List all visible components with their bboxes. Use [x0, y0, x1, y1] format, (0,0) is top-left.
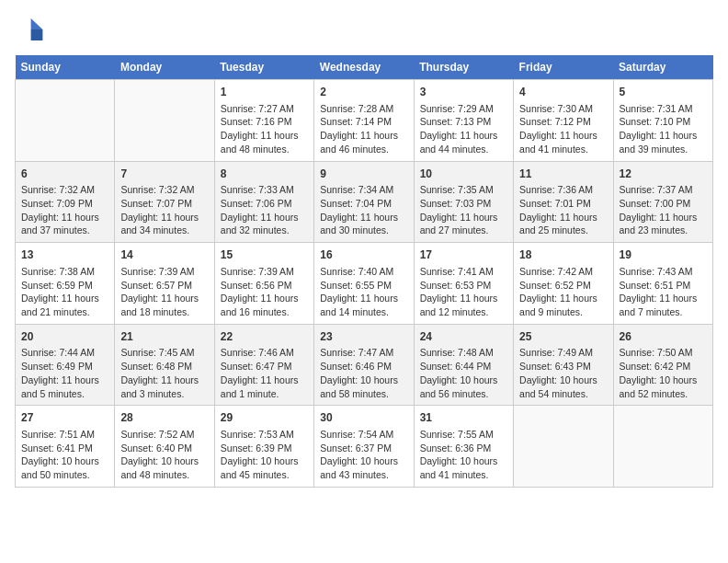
day-number: 8 [221, 167, 308, 182]
day-info: Sunrise: 7:32 AM Sunset: 7:07 PM Dayligh… [120, 183, 208, 237]
day-info: Sunrise: 7:42 AM Sunset: 6:52 PM Dayligh… [519, 265, 607, 319]
calendar-cell: 30Sunrise: 7:54 AM Sunset: 6:37 PM Dayli… [314, 406, 414, 488]
day-number: 30 [320, 410, 407, 426]
calendar-cell: 17Sunrise: 7:41 AM Sunset: 6:53 PM Dayli… [414, 243, 513, 325]
day-number: 6 [21, 167, 108, 182]
day-number: 7 [120, 167, 208, 182]
day-info: Sunrise: 7:46 AM Sunset: 6:47 PM Dayligh… [221, 346, 308, 400]
day-info: Sunrise: 7:28 AM Sunset: 7:14 PM Dayligh… [320, 102, 407, 156]
calendar-cell: 27Sunrise: 7:51 AM Sunset: 6:41 PM Dayli… [16, 406, 115, 488]
day-number: 21 [120, 329, 208, 345]
day-number: 19 [620, 247, 707, 263]
calendar-week: 27Sunrise: 7:51 AM Sunset: 6:41 PM Dayli… [16, 406, 713, 488]
calendar-week: 13Sunrise: 7:38 AM Sunset: 6:59 PM Dayli… [16, 243, 713, 325]
calendar-header: SundayMondayTuesdayWednesdayThursdayFrid… [16, 55, 713, 80]
day-number: 17 [420, 247, 507, 263]
day-info: Sunrise: 7:40 AM Sunset: 6:55 PM Dayligh… [320, 265, 407, 319]
page-header [15, 15, 713, 44]
day-info: Sunrise: 7:35 AM Sunset: 7:03 PM Dayligh… [420, 183, 507, 237]
day-number: 26 [620, 329, 707, 345]
calendar-cell: 11Sunrise: 7:36 AM Sunset: 7:01 PM Dayli… [514, 161, 613, 243]
header-day: Thursday [414, 55, 513, 80]
header-day: Monday [115, 55, 214, 80]
day-number: 13 [21, 247, 108, 263]
calendar-cell [115, 80, 214, 162]
calendar-cell [613, 406, 712, 488]
calendar-table: SundayMondayTuesdayWednesdayThursdayFrid… [15, 55, 713, 488]
calendar-cell: 28Sunrise: 7:52 AM Sunset: 6:40 PM Dayli… [115, 406, 214, 488]
calendar-cell: 15Sunrise: 7:39 AM Sunset: 6:56 PM Dayli… [214, 243, 313, 325]
calendar-cell: 1Sunrise: 7:27 AM Sunset: 7:16 PM Daylig… [214, 80, 313, 162]
header-day: Sunday [16, 55, 115, 80]
day-info: Sunrise: 7:48 AM Sunset: 6:44 PM Dayligh… [420, 346, 507, 400]
calendar-cell: 4Sunrise: 7:30 AM Sunset: 7:12 PM Daylig… [514, 80, 613, 162]
day-info: Sunrise: 7:47 AM Sunset: 6:46 PM Dayligh… [320, 346, 407, 400]
calendar-cell: 5Sunrise: 7:31 AM Sunset: 7:10 PM Daylig… [613, 80, 712, 162]
calendar-cell: 24Sunrise: 7:48 AM Sunset: 6:44 PM Dayli… [414, 324, 513, 406]
day-info: Sunrise: 7:55 AM Sunset: 6:36 PM Dayligh… [420, 428, 507, 482]
svg-marker-2 [31, 29, 43, 40]
calendar-cell: 2Sunrise: 7:28 AM Sunset: 7:14 PM Daylig… [314, 80, 414, 162]
day-info: Sunrise: 7:45 AM Sunset: 6:48 PM Dayligh… [120, 346, 208, 400]
calendar-cell: 10Sunrise: 7:35 AM Sunset: 7:03 PM Dayli… [414, 161, 513, 243]
day-number: 24 [420, 329, 507, 345]
calendar-week: 6Sunrise: 7:32 AM Sunset: 7:09 PM Daylig… [16, 161, 713, 243]
day-info: Sunrise: 7:31 AM Sunset: 7:10 PM Dayligh… [620, 102, 707, 156]
header-day: Tuesday [214, 55, 313, 80]
day-info: Sunrise: 7:37 AM Sunset: 7:00 PM Dayligh… [620, 183, 707, 237]
day-info: Sunrise: 7:39 AM Sunset: 6:56 PM Dayligh… [221, 265, 308, 319]
calendar-cell [16, 80, 115, 162]
day-number: 27 [21, 410, 108, 426]
logo [15, 15, 48, 44]
day-info: Sunrise: 7:36 AM Sunset: 7:01 PM Dayligh… [519, 183, 607, 237]
day-number: 10 [420, 167, 507, 182]
calendar-cell: 9Sunrise: 7:34 AM Sunset: 7:04 PM Daylig… [314, 161, 414, 243]
day-info: Sunrise: 7:32 AM Sunset: 7:09 PM Dayligh… [21, 183, 108, 237]
day-number: 29 [221, 410, 308, 426]
calendar-body: 1Sunrise: 7:27 AM Sunset: 7:16 PM Daylig… [16, 80, 713, 488]
header-day: Saturday [613, 55, 712, 80]
day-info: Sunrise: 7:39 AM Sunset: 6:57 PM Dayligh… [120, 265, 208, 319]
calendar-cell: 29Sunrise: 7:53 AM Sunset: 6:39 PM Dayli… [214, 406, 313, 488]
day-number: 11 [519, 167, 607, 182]
logo-icon [15, 15, 44, 44]
day-number: 9 [320, 167, 407, 182]
day-info: Sunrise: 7:38 AM Sunset: 6:59 PM Dayligh… [21, 265, 108, 319]
day-number: 5 [620, 85, 707, 100]
day-number: 23 [320, 329, 407, 345]
day-info: Sunrise: 7:30 AM Sunset: 7:12 PM Dayligh… [519, 102, 607, 156]
calendar-cell: 19Sunrise: 7:43 AM Sunset: 6:51 PM Dayli… [613, 243, 712, 325]
day-number: 14 [120, 247, 208, 263]
day-info: Sunrise: 7:52 AM Sunset: 6:40 PM Dayligh… [120, 428, 208, 482]
day-info: Sunrise: 7:33 AM Sunset: 7:06 PM Dayligh… [221, 183, 308, 237]
day-info: Sunrise: 7:49 AM Sunset: 6:43 PM Dayligh… [519, 346, 607, 400]
day-info: Sunrise: 7:41 AM Sunset: 6:53 PM Dayligh… [420, 265, 507, 319]
day-number: 2 [320, 85, 407, 100]
day-number: 12 [620, 167, 707, 182]
calendar-cell: 22Sunrise: 7:46 AM Sunset: 6:47 PM Dayli… [214, 324, 313, 406]
day-number: 3 [420, 85, 507, 100]
calendar-cell: 16Sunrise: 7:40 AM Sunset: 6:55 PM Dayli… [314, 243, 414, 325]
calendar-cell: 18Sunrise: 7:42 AM Sunset: 6:52 PM Dayli… [514, 243, 613, 325]
calendar-cell: 23Sunrise: 7:47 AM Sunset: 6:46 PM Dayli… [314, 324, 414, 406]
day-info: Sunrise: 7:29 AM Sunset: 7:13 PM Dayligh… [420, 102, 507, 156]
calendar-cell: 13Sunrise: 7:38 AM Sunset: 6:59 PM Dayli… [16, 243, 115, 325]
day-number: 4 [519, 85, 607, 100]
calendar-cell: 26Sunrise: 7:50 AM Sunset: 6:42 PM Dayli… [613, 324, 712, 406]
day-info: Sunrise: 7:34 AM Sunset: 7:04 PM Dayligh… [320, 183, 407, 237]
calendar-cell: 6Sunrise: 7:32 AM Sunset: 7:09 PM Daylig… [16, 161, 115, 243]
calendar-cell: 7Sunrise: 7:32 AM Sunset: 7:07 PM Daylig… [115, 161, 214, 243]
day-number: 31 [420, 410, 507, 426]
calendar-cell: 20Sunrise: 7:44 AM Sunset: 6:49 PM Dayli… [16, 324, 115, 406]
calendar-cell: 14Sunrise: 7:39 AM Sunset: 6:57 PM Dayli… [115, 243, 214, 325]
day-number: 20 [21, 329, 108, 345]
calendar-cell: 3Sunrise: 7:29 AM Sunset: 7:13 PM Daylig… [414, 80, 513, 162]
calendar-cell: 21Sunrise: 7:45 AM Sunset: 6:48 PM Dayli… [115, 324, 214, 406]
day-number: 18 [519, 247, 607, 263]
day-number: 28 [120, 410, 208, 426]
calendar-cell [514, 406, 613, 488]
day-number: 22 [221, 329, 308, 345]
day-number: 25 [519, 329, 607, 345]
day-info: Sunrise: 7:44 AM Sunset: 6:49 PM Dayligh… [21, 346, 108, 400]
calendar-week: 20Sunrise: 7:44 AM Sunset: 6:49 PM Dayli… [16, 324, 713, 406]
